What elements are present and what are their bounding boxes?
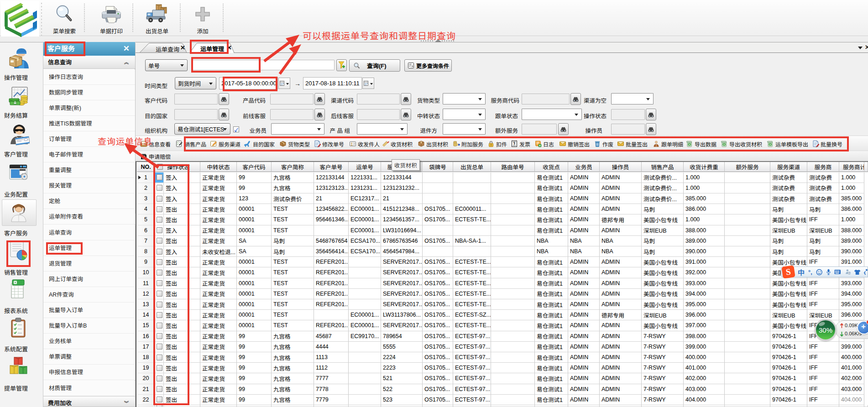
svg-text:7: 7: [848, 272, 850, 275]
